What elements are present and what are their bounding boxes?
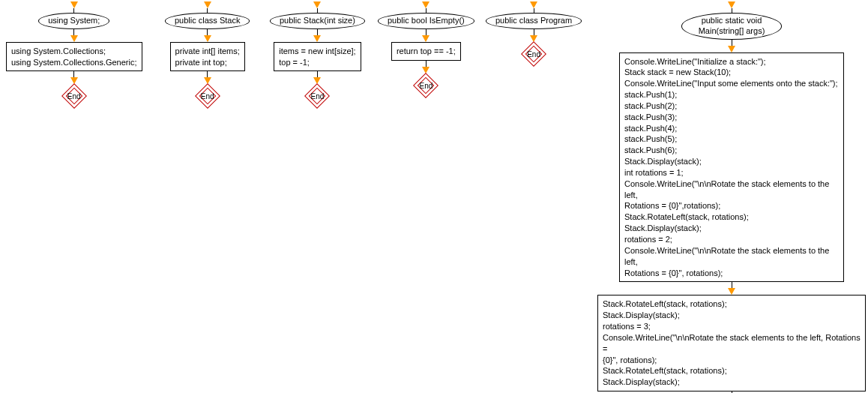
end-node: End [62,84,86,108]
arrow-icon [70,35,78,42]
connector [732,282,732,288]
node-title: public Stack(int size) [270,13,365,29]
node-body: items = new int[size]; top = -1; [274,42,361,72]
arrow-icon [204,35,211,42]
node-title: public static void Main(string[] args) [681,13,783,40]
flow-main: public static void Main(string[] args) C… [597,2,867,393]
end-label: End [527,50,540,58]
connector [732,40,732,46]
node-body-2: Stack.RotateLeft(stack, rotations); Stac… [597,295,866,392]
node-body: using System.Collections; using System.C… [6,42,142,72]
connector [207,71,208,77]
node-title: using System; [38,13,109,29]
end-node: End [522,42,546,66]
node-title: public class Program [486,13,582,29]
end-node: End [414,74,438,98]
arrow-icon [728,46,735,52]
arrow-icon [728,288,735,295]
end-label: End [201,92,214,100]
node-title: public class Stack [165,13,250,29]
arrow-icon [728,2,735,8]
arrow-icon [422,67,430,74]
arrow-icon [313,2,321,8]
arrow-icon [422,35,430,42]
connector [317,29,318,35]
connector [207,29,208,35]
node-title: public bool IsEmpty() [378,13,474,29]
end-label: End [67,92,81,100]
end-label: End [311,92,325,100]
node-body: return top == -1; [391,42,461,61]
connector [317,71,318,77]
connector [73,29,74,35]
flow-constructor: public Stack(int size) items = new int[s… [270,2,365,108]
arrow-icon [313,35,321,42]
flow-class-stack: public class Stack private int[] items; … [165,2,250,108]
connector [73,71,74,77]
end-node: End [196,84,220,108]
end-label: End [419,81,433,89]
end-node: End [305,84,329,108]
node-body-1: Console.WriteLine("Initialize a stack:")… [619,52,844,283]
flow-class-program: public class Program End [486,2,582,66]
arrow-icon [422,2,430,8]
flow-using-system: using System; using System.Collections; … [6,2,142,108]
arrow-icon [204,2,211,8]
arrow-icon [70,2,78,8]
connector [426,29,427,35]
node-body: private int[] items; private int top; [170,42,245,72]
flow-isempty: public bool IsEmpty() return top == -1; … [378,2,474,98]
connector [534,29,534,35]
arrow-icon [530,2,537,8]
connector [426,61,427,67]
